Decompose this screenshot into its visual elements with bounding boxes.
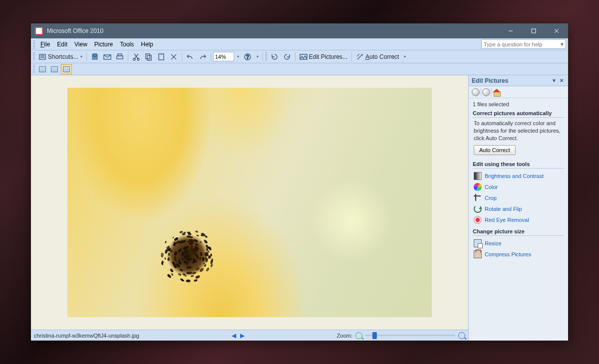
save-icon	[91, 53, 99, 61]
home-icon[interactable]	[493, 89, 501, 96]
menu-view[interactable]: View	[71, 40, 91, 49]
menu-bar: File Edit View Picture Tools Help ▼	[31, 38, 568, 50]
forward-icon[interactable]	[482, 88, 490, 96]
menu-picture[interactable]: Picture	[91, 40, 116, 49]
tool-color[interactable]: Color	[473, 182, 564, 192]
toolbar-grip-icon[interactable]	[33, 65, 35, 74]
rotate-icon	[474, 205, 482, 213]
tool-resize[interactable]: Resize	[473, 238, 564, 249]
rotate-left-button[interactable]	[269, 51, 281, 62]
task-pane: Edit Pictures ▼ ✕ 1 files selected Corre…	[468, 75, 568, 341]
shortcuts-button[interactable]: Shortcuts... ▾	[36, 51, 84, 62]
help-button[interactable]: ?	[242, 51, 254, 62]
tool-brightness-contrast[interactable]: Brightness and Contrast	[473, 171, 564, 182]
toolbar-grip-icon[interactable]	[265, 52, 267, 61]
paste-icon	[157, 53, 165, 61]
svg-rect-15	[160, 53, 162, 55]
zoom-slider[interactable]	[365, 335, 455, 336]
zoom-slider-thumb[interactable]	[372, 332, 377, 339]
toolbar-options-button-2[interactable]: ▾	[401, 51, 408, 62]
edit-pictures-label: Edit Pictures...	[309, 53, 347, 60]
zoom-label: Zoom:	[337, 333, 352, 339]
red-eye-icon	[474, 216, 482, 224]
cut-button[interactable]	[130, 51, 142, 62]
next-image-button[interactable]: ▶	[240, 332, 245, 339]
app-icon	[35, 27, 43, 35]
svg-rect-4	[39, 54, 45, 59]
task-pane-menu-icon[interactable]: ▼	[550, 78, 558, 83]
svg-text:?: ?	[246, 54, 249, 60]
svg-rect-13	[147, 55, 151, 60]
redo-icon	[199, 53, 207, 61]
thumbnail-view-icon	[39, 66, 46, 72]
help-dropdown-icon[interactable]: ▼	[559, 42, 566, 47]
crop-icon	[474, 194, 482, 202]
rotate-left-icon	[271, 53, 279, 61]
tool-compress[interactable]: Compress Pictures	[473, 249, 564, 260]
print-button[interactable]	[114, 51, 126, 62]
svg-rect-5	[92, 54, 98, 60]
save-button[interactable]	[89, 51, 101, 62]
copy-button[interactable]	[143, 51, 155, 62]
zoom-control: Zoom:	[337, 332, 465, 339]
help-search-box[interactable]: ▼	[481, 39, 566, 49]
rotate-right-icon	[283, 53, 291, 61]
toolbar-options-button[interactable]: ▾	[254, 51, 261, 62]
auto-correct-description: To automatically correct color and brigh…	[473, 120, 564, 142]
task-pane-title: Edit Pictures	[472, 77, 508, 84]
zoom-in-button[interactable]	[458, 332, 465, 339]
zoom-out-button[interactable]	[355, 332, 362, 339]
task-pane-close-icon[interactable]: ✕	[558, 78, 565, 83]
auto-correct-pane-button[interactable]: Auto Correct	[474, 145, 516, 155]
toolbar-grip-icon[interactable]	[33, 40, 35, 48]
filmstrip-view-icon	[51, 66, 58, 72]
tool-red-eye[interactable]: Red Eye Removal	[473, 214, 564, 225]
zoom-input[interactable]	[213, 52, 234, 61]
thumbnail-view-button[interactable]	[37, 64, 48, 74]
window-title: Microsoft Office 2010	[47, 27, 499, 34]
prev-image-button[interactable]: ◀	[232, 332, 236, 339]
svg-point-10	[133, 58, 135, 60]
wand-icon	[356, 53, 364, 61]
shortcuts-icon	[38, 53, 46, 61]
toolbar-grip-icon[interactable]	[33, 52, 35, 61]
mail-button[interactable]	[101, 51, 113, 62]
close-button[interactable]	[545, 23, 568, 38]
task-pane-header[interactable]: Edit Pictures ▼ ✕	[469, 75, 568, 86]
copy-icon	[145, 53, 153, 61]
tool-crop[interactable]: Crop	[473, 192, 564, 203]
menu-help[interactable]: Help	[137, 40, 157, 49]
undo-icon	[186, 53, 194, 61]
help-search-input[interactable]	[482, 41, 559, 47]
undo-button[interactable]	[184, 51, 196, 62]
menu-tools[interactable]: Tools	[116, 40, 137, 49]
menu-file[interactable]: File	[37, 40, 53, 49]
maximize-button[interactable]	[522, 23, 545, 38]
main-pane: christina-rumpf-w3kemwQftJ4-unsplash.jpg…	[31, 75, 468, 341]
view-toolbar	[31, 63, 568, 75]
color-icon	[474, 183, 482, 191]
print-icon	[116, 53, 124, 61]
tool-rotate-flip[interactable]: Rotate and Flip	[473, 203, 564, 214]
single-view-button[interactable]	[61, 64, 72, 74]
back-icon[interactable]	[472, 88, 480, 96]
resize-icon	[474, 239, 482, 247]
standard-toolbar: Shortcuts... ▾ ▾ ? ▾ Edit Pictures...	[31, 50, 568, 63]
picture-canvas[interactable]	[31, 75, 468, 330]
status-bar: christina-rumpf-w3kemwQftJ4-unsplash.jpg…	[31, 330, 468, 341]
section-edit-tools: Edit using these tools	[473, 161, 564, 169]
minimize-button[interactable]	[499, 23, 522, 38]
paste-button[interactable]	[155, 51, 167, 62]
filmstrip-view-button[interactable]	[49, 64, 60, 74]
zoom-dropdown-button[interactable]: ▾	[235, 51, 241, 62]
compress-icon	[474, 250, 482, 258]
rotate-right-button[interactable]	[281, 51, 293, 62]
edit-pictures-button[interactable]: Edit Pictures...	[298, 51, 349, 62]
displayed-image	[67, 88, 432, 317]
delete-button[interactable]	[168, 51, 180, 62]
title-bar[interactable]: Microsoft Office 2010	[31, 23, 568, 38]
menu-edit[interactable]: Edit	[53, 40, 71, 49]
redo-button[interactable]	[197, 51, 209, 62]
task-pane-body: 1 files selected Correct pictures automa…	[469, 98, 568, 341]
auto-correct-button[interactable]: Auto Correct	[354, 51, 401, 62]
